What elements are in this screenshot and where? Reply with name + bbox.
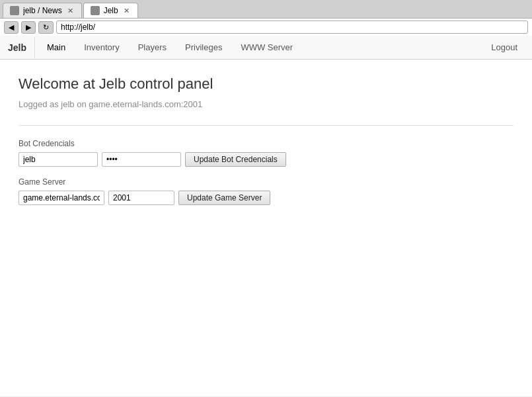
nav-item-privileges[interactable]: Privileges <box>176 36 231 59</box>
update-game-server-button[interactable]: Update Game Server <box>178 191 270 205</box>
tab-jelb[interactable]: Jelb ✕ <box>83 3 138 18</box>
refresh-button[interactable]: ↻ <box>38 21 54 34</box>
update-bot-credentials-button[interactable]: Update Bot Credencials <box>185 152 286 167</box>
tab-favicon-2 <box>91 6 100 15</box>
game-server-form-row: Update Game Server <box>19 191 513 205</box>
nav-item-inventory[interactable]: Inventory <box>75 36 128 59</box>
tab-bar: jelb / News ✕ Jelb ✕ <box>0 3 532 18</box>
tab-jelb-news[interactable]: jelb / News ✕ <box>3 3 82 18</box>
divider <box>19 125 513 126</box>
navbar: Jelb Main Inventory Players Privileges W… <box>0 36 532 60</box>
page-title: Welcome at Jelb control panel <box>19 75 513 93</box>
game-server-label: Game Server <box>19 177 513 187</box>
tab-close-2[interactable]: ✕ <box>122 7 131 15</box>
bot-password-input[interactable] <box>102 152 181 167</box>
page-content: Jelb Main Inventory Players Privileges W… <box>0 36 532 396</box>
tab-title-1: jelb / News <box>23 6 62 15</box>
game-server-input[interactable] <box>19 191 104 205</box>
bot-credentials-form-row: Update Bot Credencials <box>19 152 513 167</box>
forward-button[interactable]: ▶ <box>21 21 36 34</box>
tab-favicon-1 <box>10 6 19 15</box>
game-port-input[interactable] <box>108 191 174 205</box>
address-bar-input[interactable] <box>56 21 528 34</box>
bot-username-input[interactable] <box>19 152 98 167</box>
address-bar-row: ◀ ▶ ↻ <box>0 18 532 36</box>
tab-close-1[interactable]: ✕ <box>66 7 75 15</box>
bot-credentials-label: Bot Credencials <box>19 139 513 148</box>
nav-item-www-server[interactable]: WWW Server <box>231 36 302 59</box>
back-button[interactable]: ◀ <box>4 21 19 34</box>
browser-chrome: jelb / News ✕ Jelb ✕ ◀ ▶ ↻ <box>0 0 532 36</box>
main-content: Welcome at Jelb control panel Logged as … <box>0 60 532 232</box>
navbar-brand: Jelb <box>5 37 35 58</box>
nav-item-main[interactable]: Main <box>38 36 75 59</box>
logged-in-text: Logged as jelb on game.eternal-lands.com… <box>19 99 513 109</box>
logout-button[interactable]: Logout <box>482 36 527 59</box>
tab-title-2: Jelb <box>104 6 118 15</box>
nav-item-players[interactable]: Players <box>129 36 176 59</box>
